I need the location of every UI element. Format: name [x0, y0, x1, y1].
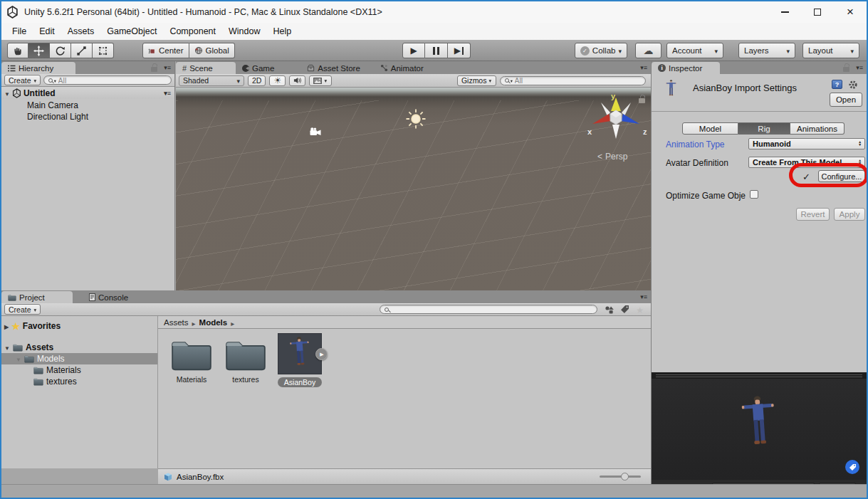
project-create-button[interactable]: Create: [4, 304, 41, 315]
tab-asset-store[interactable]: Asset Store: [300, 62, 366, 74]
audio-toggle-button[interactable]: [289, 75, 305, 86]
shading-mode-dropdown[interactable]: Shaded: [179, 75, 244, 86]
tab-project[interactable]: Project: [1, 291, 73, 303]
scale-tool-button[interactable]: [71, 43, 93, 58]
breadcrumb-root[interactable]: Assets: [164, 318, 189, 327]
step-button[interactable]: [448, 43, 471, 58]
2d-toggle-button[interactable]: 2D: [248, 75, 266, 86]
scene-root-row[interactable]: Untitled: [1, 87, 174, 99]
gizmos-dropdown[interactable]: Gizmos: [457, 75, 496, 86]
scene-search-input[interactable]: [515, 76, 641, 85]
scene-orientation-gizmo[interactable]: [591, 98, 641, 140]
layers-dropdown[interactable]: Layers: [738, 43, 795, 58]
rect-tool-button[interactable]: [93, 43, 114, 58]
apply-button[interactable]: Apply: [834, 208, 865, 221]
tab-inspector[interactable]: Inspector: [652, 62, 720, 74]
cloud-services-button[interactable]: [635, 43, 662, 58]
menu-gameobject[interactable]: GameObject: [100, 26, 163, 36]
gear-icon[interactable]: [848, 80, 858, 90]
axis-y-label[interactable]: y: [611, 92, 615, 100]
revert-button[interactable]: Revert: [796, 208, 830, 221]
hierarchy-create-button[interactable]: Create: [4, 75, 41, 85]
slider-knob[interactable]: [621, 473, 629, 480]
hierarchy-search-input[interactable]: [58, 76, 167, 85]
project-search[interactable]: [380, 305, 597, 314]
move-tool-button[interactable]: [28, 43, 50, 58]
search-by-type-icon[interactable]: [605, 305, 615, 314]
space-toggle-button[interactable]: Global: [189, 43, 235, 58]
help-icon[interactable]: [832, 80, 842, 89]
scene-viewport[interactable]: y x z Persp: [176, 88, 651, 290]
optimize-game-object-checkbox[interactable]: [750, 190, 758, 199]
favorites-filter-icon[interactable]: [636, 303, 644, 316]
tab-hierarchy[interactable]: Hierarchy: [1, 62, 75, 74]
tree-materials[interactable]: Materials: [1, 364, 157, 376]
search-by-label-icon[interactable]: [620, 305, 629, 314]
asset-textures-folder[interactable]: textures: [221, 336, 271, 384]
preview-resize-handle[interactable]: [652, 372, 867, 379]
configure-button[interactable]: Configure...: [818, 170, 865, 182]
avatar-definition-dropdown[interactable]: Create From This Model: [748, 157, 865, 168]
panel-menu-icon[interactable]: [856, 64, 863, 71]
minimize-button[interactable]: [768, 1, 801, 23]
tree-models[interactable]: Models: [1, 353, 157, 364]
collab-button[interactable]: Collab: [575, 43, 627, 58]
project-search-input[interactable]: [390, 305, 592, 314]
scene-lock-icon[interactable]: [639, 98, 645, 103]
animation-type-dropdown[interactable]: Humanoid: [748, 138, 865, 149]
assetbundle-tag-button[interactable]: [845, 460, 859, 474]
rotate-tool-button[interactable]: [50, 43, 71, 58]
model-thumbnail[interactable]: [278, 333, 322, 374]
foldout-icon[interactable]: [4, 342, 10, 352]
directional-light-gizmo-icon[interactable]: [405, 108, 427, 130]
panel-menu-icon[interactable]: [164, 64, 171, 71]
menu-component[interactable]: Component: [163, 26, 222, 36]
tree-favorites[interactable]: Favorites: [1, 320, 157, 332]
maximize-button[interactable]: [801, 1, 834, 23]
camera-gizmo-icon[interactable]: [310, 127, 321, 136]
scene-menu-icon[interactable]: [164, 90, 171, 97]
asset-materials-folder[interactable]: Materials: [167, 336, 216, 384]
close-button[interactable]: [834, 1, 867, 23]
expand-subassets-button[interactable]: [315, 348, 328, 360]
hand-tool-button[interactable]: [7, 43, 28, 58]
axis-x-label[interactable]: x: [587, 127, 592, 136]
account-dropdown[interactable]: Account: [666, 43, 723, 58]
pivot-toggle-button[interactable]: Center: [142, 43, 189, 58]
menu-file[interactable]: File: [6, 26, 33, 36]
layout-dropdown[interactable]: Layout: [802, 43, 859, 58]
projection-mode-label[interactable]: Persp: [597, 152, 627, 162]
menu-window[interactable]: Window: [222, 26, 266, 36]
open-button[interactable]: Open: [830, 93, 862, 107]
tree-assets[interactable]: Assets: [1, 342, 157, 353]
thumbnail-size-slider[interactable]: [600, 476, 641, 478]
panel-menu-icon[interactable]: [640, 293, 647, 300]
tab-model[interactable]: Model: [682, 122, 738, 135]
hierarchy-item-main-camera[interactable]: Main Camera: [27, 100, 78, 111]
effects-toggle-button[interactable]: [309, 75, 332, 86]
menu-edit[interactable]: Edit: [33, 26, 61, 36]
tab-game[interactable]: Game: [236, 62, 281, 74]
panel-menu-icon[interactable]: [640, 64, 647, 71]
asset-grid[interactable]: Materials textures AsianBoy: [158, 329, 651, 468]
lock-icon[interactable]: [151, 67, 157, 72]
pause-button[interactable]: [425, 43, 448, 58]
menu-help[interactable]: Help: [266, 26, 298, 36]
lighting-toggle-button[interactable]: [269, 75, 286, 86]
asset-asianboy-model[interactable]: AsianBoy: [275, 333, 325, 387]
axis-z-label[interactable]: z: [643, 127, 647, 136]
tab-rig[interactable]: Rig: [738, 122, 790, 135]
tab-scene[interactable]: # Scene: [176, 62, 236, 74]
scene-search[interactable]: [500, 76, 646, 85]
breadcrumb-current[interactable]: Models: [199, 318, 228, 327]
hierarchy-search[interactable]: [43, 75, 172, 85]
menu-assets[interactable]: Assets: [61, 26, 101, 36]
foldout-icon[interactable]: [4, 321, 9, 331]
tab-animator[interactable]: Animator: [374, 62, 430, 74]
foldout-icon[interactable]: [16, 354, 21, 364]
lock-icon[interactable]: [843, 67, 849, 72]
tab-console[interactable]: Console: [83, 291, 135, 303]
model-preview[interactable]: [652, 379, 867, 480]
tree-textures[interactable]: textures: [1, 376, 157, 387]
hierarchy-item-directional-light[interactable]: Directional Light: [27, 111, 88, 122]
